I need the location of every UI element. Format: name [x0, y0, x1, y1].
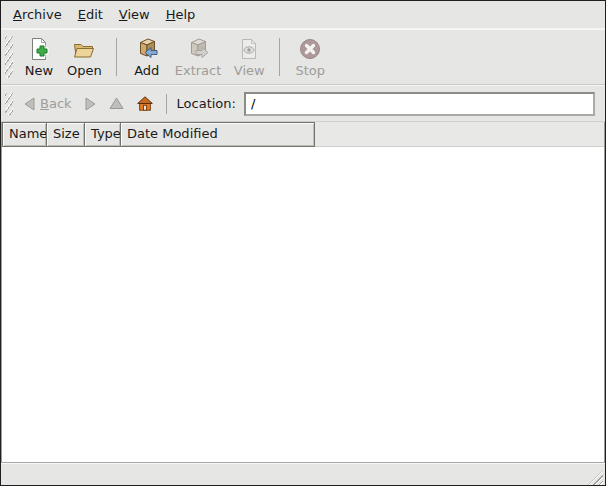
location-bar: Back Location:: [1, 85, 605, 122]
file-list[interactable]: [2, 147, 604, 462]
forward-arrow-icon: [84, 97, 97, 111]
column-header-date-modified[interactable]: Date Modified: [121, 122, 315, 147]
status-bar: [1, 462, 605, 485]
menu-bar: Archive Edit View Help: [1, 1, 605, 29]
new-button[interactable]: New: [17, 33, 61, 81]
column-header-filler: [315, 122, 604, 147]
stop-button-label: Stop: [296, 63, 326, 78]
view-file-icon: [237, 36, 261, 62]
main-toolbar: New Open Add: [1, 29, 605, 85]
location-bar-separator: [166, 94, 167, 114]
column-header-type[interactable]: Type: [85, 122, 121, 147]
new-button-label: New: [25, 63, 53, 78]
column-header-name[interactable]: Name: [2, 122, 47, 147]
archive-manager-window: Archive Edit View Help New: [0, 0, 606, 486]
back-arrow-icon: [23, 97, 36, 111]
stop-button[interactable]: Stop: [288, 33, 332, 81]
stop-icon: [298, 36, 322, 62]
forward-button[interactable]: [78, 94, 103, 114]
extract-icon: [186, 36, 210, 62]
resize-grip[interactable]: [588, 470, 603, 485]
add-button-label: Add: [134, 63, 159, 78]
back-button[interactable]: Back: [17, 93, 78, 114]
menu-edit[interactable]: Edit: [70, 3, 111, 26]
view-button[interactable]: View: [227, 33, 271, 81]
new-archive-icon: [27, 36, 51, 62]
menu-help[interactable]: Help: [158, 3, 204, 26]
location-label: Location:: [177, 96, 236, 111]
toolbar-grip[interactable]: [5, 36, 13, 78]
file-list-header: Name Size Type Date Modified: [2, 122, 604, 147]
back-button-label: Back: [40, 96, 72, 111]
open-button-label: Open: [67, 63, 102, 78]
add-files-icon: [135, 36, 159, 62]
extract-button-label: Extract: [175, 63, 222, 78]
toolbar-separator: [116, 38, 117, 76]
extract-button[interactable]: Extract: [169, 33, 228, 81]
toolbar-separator: [279, 38, 280, 76]
location-bar-grip[interactable]: [5, 93, 13, 115]
menu-view[interactable]: View: [111, 3, 158, 26]
column-header-size[interactable]: Size: [47, 122, 85, 147]
menu-archive[interactable]: Archive: [5, 3, 70, 26]
home-icon: [136, 95, 154, 112]
home-button[interactable]: [130, 92, 160, 115]
up-arrow-icon: [109, 97, 124, 110]
open-button[interactable]: Open: [61, 33, 108, 81]
location-input[interactable]: [244, 92, 595, 116]
view-button-label: View: [234, 63, 265, 78]
up-button[interactable]: [103, 94, 130, 113]
file-list-frame: Name Size Type Date Modified: [1, 122, 605, 462]
add-button[interactable]: Add: [125, 33, 169, 81]
open-archive-icon: [72, 36, 96, 62]
